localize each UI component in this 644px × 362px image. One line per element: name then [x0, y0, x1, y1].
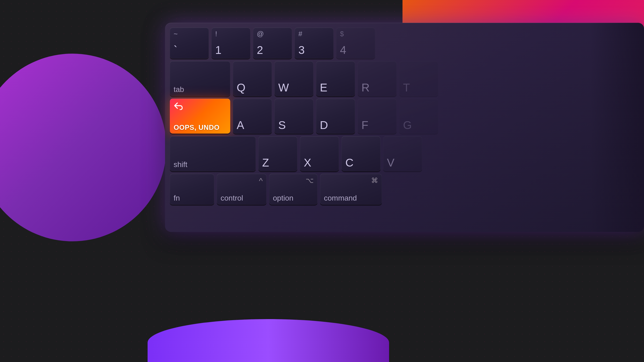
key-q-main: Q: [237, 82, 268, 93]
key-tilde-main: `: [174, 45, 205, 56]
key-control-label: control: [221, 194, 263, 202]
key-r-main: R: [361, 82, 393, 93]
key-2-shift: @: [257, 30, 264, 37]
key-undo-label: OOPS, UNDO: [174, 124, 226, 131]
key-z-main: Z: [262, 157, 294, 168]
key-v[interactable]: V: [383, 136, 422, 171]
key-f[interactable]: F: [358, 99, 397, 134]
key-c-main: C: [345, 157, 377, 168]
key-command-symbol: ⌘: [371, 176, 378, 185]
key-c[interactable]: C: [342, 136, 380, 171]
key-tab[interactable]: tab: [170, 61, 230, 96]
key-fn[interactable]: fn: [170, 174, 214, 205]
key-4-main: 4: [340, 45, 371, 56]
key-z[interactable]: Z: [258, 136, 297, 171]
key-s[interactable]: S: [275, 99, 313, 134]
key-t[interactable]: T: [399, 61, 438, 96]
key-g-main: G: [403, 120, 434, 131]
key-1-main: 1: [215, 45, 247, 56]
key-d-main: D: [320, 120, 351, 131]
key-fn-label: fn: [174, 194, 210, 202]
key-undo[interactable]: OOPS, UNDO: [170, 99, 230, 134]
key-shift[interactable]: shift: [170, 136, 256, 171]
key-s-main: S: [278, 120, 310, 131]
keyboard-body: ~ ` ! 1 @ 2 # 3 $ 4 tab: [165, 23, 644, 232]
keyboard-row-modifiers: fn ^ control ⌥ option ⌘ command: [170, 174, 639, 205]
key-shift-label: shift: [174, 161, 252, 168]
key-4[interactable]: $ 4: [336, 28, 375, 58]
key-a-main: A: [237, 120, 268, 131]
key-r[interactable]: R: [358, 61, 397, 96]
key-command[interactable]: ⌘ command: [320, 174, 382, 205]
key-f-main: F: [361, 120, 393, 131]
key-v-main: V: [387, 157, 418, 168]
key-3[interactable]: # 3: [295, 28, 334, 58]
key-a[interactable]: A: [233, 99, 272, 134]
keyboard: ~ ` ! 1 @ 2 # 3 $ 4 tab: [165, 23, 644, 232]
key-2[interactable]: @ 2: [253, 28, 292, 58]
key-x[interactable]: X: [300, 136, 339, 171]
key-w[interactable]: W: [275, 61, 313, 96]
keyboard-row-home: OOPS, UNDO A S D F G: [170, 99, 639, 134]
key-control-symbol: ^: [259, 176, 263, 186]
key-option-symbol: ⌥: [306, 176, 314, 185]
key-e[interactable]: E: [316, 61, 355, 96]
key-option-label: option: [273, 194, 314, 202]
key-command-label: command: [324, 194, 378, 202]
keyboard-row-numbers: ~ ` ! 1 @ 2 # 3 $ 4: [170, 28, 639, 58]
key-x-main: X: [304, 157, 335, 168]
key-control[interactable]: ^ control: [217, 174, 266, 205]
key-4-shift: $: [340, 30, 344, 37]
key-e-main: E: [320, 82, 351, 93]
key-3-main: 3: [298, 45, 330, 56]
key-tilde-shift: ~: [174, 30, 178, 37]
keyboard-row-qwerty: tab Q W E R T: [170, 61, 639, 96]
key-1-shift: !: [215, 30, 217, 37]
keyboard-row-shift: shift Z X C V: [170, 136, 639, 171]
key-g[interactable]: G: [399, 99, 438, 134]
key-1[interactable]: ! 1: [211, 28, 250, 58]
key-d[interactable]: D: [316, 99, 355, 134]
key-tilde[interactable]: ~ `: [170, 28, 209, 58]
key-t-main: T: [403, 82, 434, 93]
key-q[interactable]: Q: [233, 61, 272, 96]
key-2-main: 2: [257, 45, 288, 56]
key-3-shift: #: [298, 30, 302, 37]
key-w-main: W: [278, 82, 310, 93]
key-tab-label: tab: [174, 86, 226, 93]
undo-icon: [174, 102, 183, 112]
key-option[interactable]: ⌥ option: [269, 174, 317, 205]
